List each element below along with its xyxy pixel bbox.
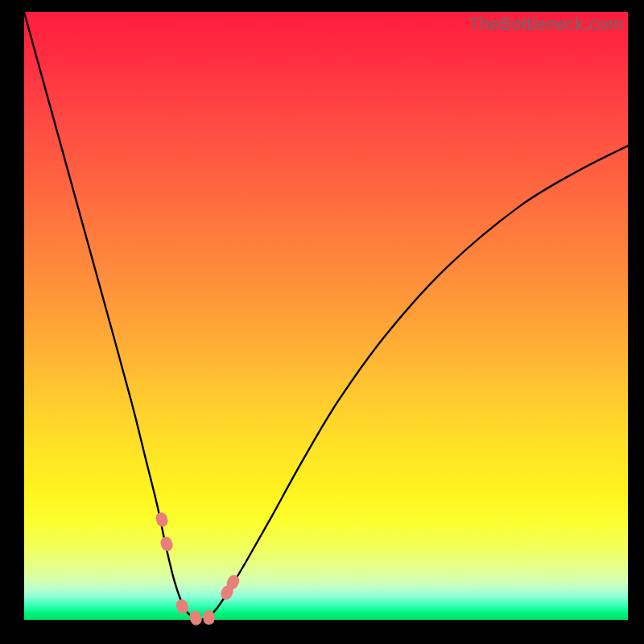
- frame-border-top: [0, 0, 644, 12]
- plot-frame: TheBottleneck.com: [24, 12, 628, 620]
- marker-left-shoulder-upper: [155, 511, 170, 528]
- frame-border-right: [628, 0, 644, 644]
- marker-layer: [155, 511, 242, 627]
- curve-layer: [24, 12, 628, 620]
- frame-border-left: [0, 0, 24, 644]
- bottleneck-curve: [24, 12, 628, 620]
- frame-border-bottom: [0, 620, 644, 644]
- chart-svg: [24, 12, 628, 620]
- marker-left-shoulder-lower: [159, 535, 175, 552]
- marker-valley-right: [204, 610, 215, 625]
